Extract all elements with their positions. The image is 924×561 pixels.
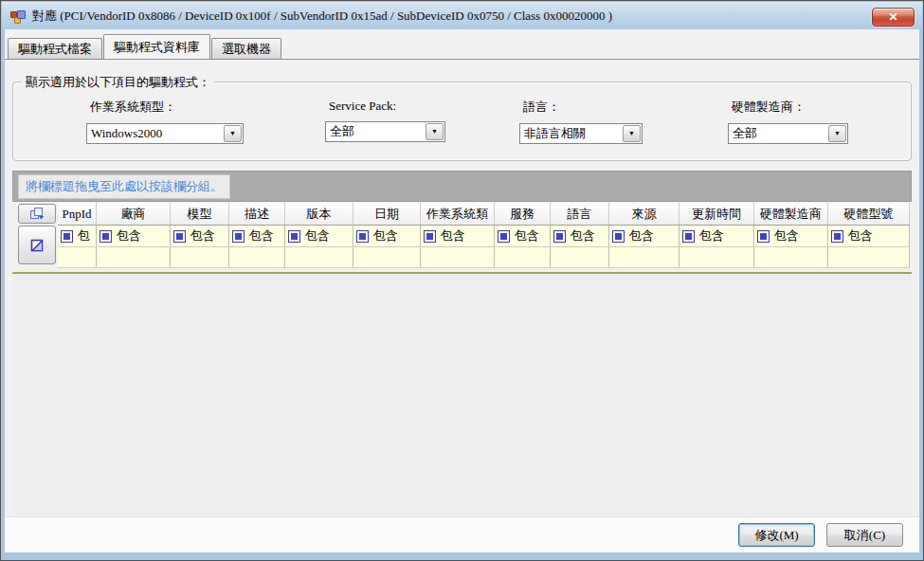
os-type-combobox[interactable]: Windows2000 ▼ xyxy=(86,123,244,144)
filter-cell-label: 包含 xyxy=(629,227,654,244)
tab-page-driver-database: 顯示適用於以下項目的驅動程式： 作業系統類型： Windows2000 ▼ Se… xyxy=(5,59,919,518)
column-header-os-type[interactable]: 作業系統類 xyxy=(421,203,495,225)
hw-manufacturer-value: 全部 xyxy=(729,124,827,143)
chevron-down-icon: ▼ xyxy=(834,131,841,137)
language-value: 非語言相關 xyxy=(520,124,622,143)
chevron-down-icon: ▼ xyxy=(628,131,635,137)
filter-contains-icon[interactable] xyxy=(612,230,625,243)
filter-cell-label: 包含 xyxy=(305,227,330,244)
customize-columns-icon xyxy=(30,208,45,220)
customize-columns-button[interactable] xyxy=(18,204,56,224)
filter-cell-source[interactable]: 包含 xyxy=(609,226,679,246)
filter-cell-label: 包含 xyxy=(848,227,873,244)
chevron-down-icon: ▼ xyxy=(431,129,438,136)
column-header-hw-model[interactable]: 硬體型號 xyxy=(828,203,910,225)
filter-cell-service[interactable]: 包含 xyxy=(495,226,551,246)
field-service-pack: Service Pack: 全部 ▼ xyxy=(325,99,445,142)
modify-button[interactable]: 修改(M) xyxy=(738,523,815,547)
column-header-version[interactable]: 版本 xyxy=(285,203,353,225)
app-icon xyxy=(10,9,26,24)
filter-contains-icon[interactable] xyxy=(498,230,510,243)
hw-manufacturer-label: 硬體製造商： xyxy=(732,99,848,116)
filter-cell-description[interactable]: 包含 xyxy=(229,226,285,246)
grid-indicator-column xyxy=(16,203,58,268)
column-header-service[interactable]: 服務 xyxy=(495,203,551,225)
filter-cell-label: 包含 xyxy=(515,227,539,244)
filter-contains-icon[interactable] xyxy=(831,230,843,243)
filter-contains-icon[interactable] xyxy=(356,230,369,243)
filter-cell-label: 包含 xyxy=(774,227,799,244)
field-os-type: 作業系統類型： Windows2000 ▼ xyxy=(86,99,244,144)
filter-cell-hw-manufacturer[interactable]: 包含 xyxy=(754,226,828,246)
column-header-vendor[interactable]: 廠商 xyxy=(97,203,171,225)
service-pack-combobox[interactable]: 全部 ▼ xyxy=(325,121,445,142)
field-hw-manufacturer: 硬體製造商： 全部 ▼ xyxy=(728,99,848,144)
filter-cell-label: 包 xyxy=(78,227,90,244)
driver-grid: PnpId 廠商 模型 描述 版本 日期 作業系統類 服務 語言 來源 更新時間… xyxy=(16,203,910,268)
tab-driver-database[interactable]: 驅動程式資料庫 xyxy=(103,34,210,59)
os-type-dropdown-button[interactable]: ▼ xyxy=(224,125,242,142)
language-combobox[interactable]: 非語言相關 ▼ xyxy=(519,123,643,144)
filter-cell-vendor[interactable]: 包含 xyxy=(97,226,171,246)
filter-contains-icon[interactable] xyxy=(61,230,73,243)
filter-cell-language[interactable]: 包含 xyxy=(551,226,609,246)
filter-contains-icon[interactable] xyxy=(288,230,300,243)
clear-filter-icon xyxy=(30,239,44,252)
column-header-model[interactable]: 模型 xyxy=(171,203,229,225)
column-header-date[interactable]: 日期 xyxy=(353,203,421,225)
tab-strip: 驅動程式檔案 驅動程式資料庫 選取機器 xyxy=(8,34,282,59)
cancel-button[interactable]: 取消(C) xyxy=(826,523,903,547)
filter-contains-icon[interactable] xyxy=(553,230,566,243)
filter-cell-version[interactable]: 包含 xyxy=(285,226,353,246)
filter-cell-os-type[interactable]: 包含 xyxy=(421,226,495,246)
filter-contains-icon[interactable] xyxy=(173,230,186,243)
filter-contains-icon[interactable] xyxy=(100,230,112,243)
grid-filter-row: 包 包含 包含 包含 xyxy=(58,226,910,247)
filter-cell-hw-model[interactable]: 包含 xyxy=(828,226,910,246)
language-dropdown-button[interactable]: ▼ xyxy=(623,125,641,142)
grid-header-row: PnpId 廠商 模型 描述 版本 日期 作業系統類 服務 語言 來源 更新時間… xyxy=(58,203,910,226)
column-header-update-time[interactable]: 更新時間 xyxy=(679,203,754,225)
grid-empty-row xyxy=(58,247,910,268)
close-icon: ✕ xyxy=(888,10,897,25)
language-label: 語言： xyxy=(523,99,643,116)
filter-contains-icon[interactable] xyxy=(757,230,770,243)
filter-cell-model[interactable]: 包含 xyxy=(171,226,229,246)
chevron-down-icon: ▼ xyxy=(229,131,236,137)
clear-filter-button[interactable] xyxy=(18,226,56,264)
group-by-panel[interactable]: 將欄標題拖曳至此處以按該欄分組。 xyxy=(12,171,912,202)
column-header-pnpid[interactable]: PnpId xyxy=(58,203,97,225)
filter-contains-icon[interactable] xyxy=(424,230,436,243)
filter-contains-icon[interactable] xyxy=(232,230,245,243)
group-by-hint: 將欄標題拖曳至此處以按該欄分組。 xyxy=(18,174,230,199)
column-header-source[interactable]: 來源 xyxy=(609,203,679,225)
os-type-value: Windows2000 xyxy=(87,124,223,143)
dialog-window: 對應 (PCI/VendorID 0x8086 / DeviceID 0x100… xyxy=(0,0,924,561)
filter-cell-label: 包含 xyxy=(249,227,274,244)
filter-cell-update-time[interactable]: 包含 xyxy=(679,226,754,246)
window-title: 對應 (PCI/VendorID 0x8086 / DeviceID 0x100… xyxy=(32,8,612,25)
service-pack-dropdown-button[interactable]: ▼ xyxy=(426,123,444,140)
column-header-language[interactable]: 語言 xyxy=(551,203,609,225)
column-header-hw-manufacturer[interactable]: 硬體製造商 xyxy=(754,203,828,225)
filter-cell-label: 包含 xyxy=(190,227,215,244)
hw-manufacturer-combobox[interactable]: 全部 ▼ xyxy=(728,123,848,144)
tab-driver-files[interactable]: 驅動程式檔案 xyxy=(8,38,102,59)
column-header-description[interactable]: 描述 xyxy=(229,203,285,225)
groupbox-title: 顯示適用於以下項目的驅動程式： xyxy=(22,74,214,91)
service-pack-label: Service Pack: xyxy=(329,99,445,114)
grid-columns-area: PnpId 廠商 模型 描述 版本 日期 作業系統類 服務 語言 來源 更新時間… xyxy=(58,203,910,268)
filter-cell-pnpid[interactable]: 包 xyxy=(58,226,97,246)
os-type-label: 作業系統類型： xyxy=(90,99,244,116)
filter-contains-icon[interactable] xyxy=(682,230,695,243)
hw-manufacturer-dropdown-button[interactable]: ▼ xyxy=(828,125,846,142)
tab-select-machine[interactable]: 選取機器 xyxy=(211,38,281,59)
filter-cell-label: 包含 xyxy=(441,227,465,244)
filter-cell-label: 包含 xyxy=(117,227,141,244)
filter-cell-date[interactable]: 包含 xyxy=(353,226,421,246)
title-bar[interactable]: 對應 (PCI/VendorID 0x8086 / DeviceID 0x100… xyxy=(2,2,922,29)
dialog-client-area: 驅動程式檔案 驅動程式資料庫 選取機器 顯示適用於以下項目的驅動程式： 作業系統… xyxy=(5,29,919,552)
filter-cell-label: 包含 xyxy=(571,227,595,244)
grid-empty-area xyxy=(12,274,912,515)
close-button[interactable]: ✕ xyxy=(872,8,915,27)
